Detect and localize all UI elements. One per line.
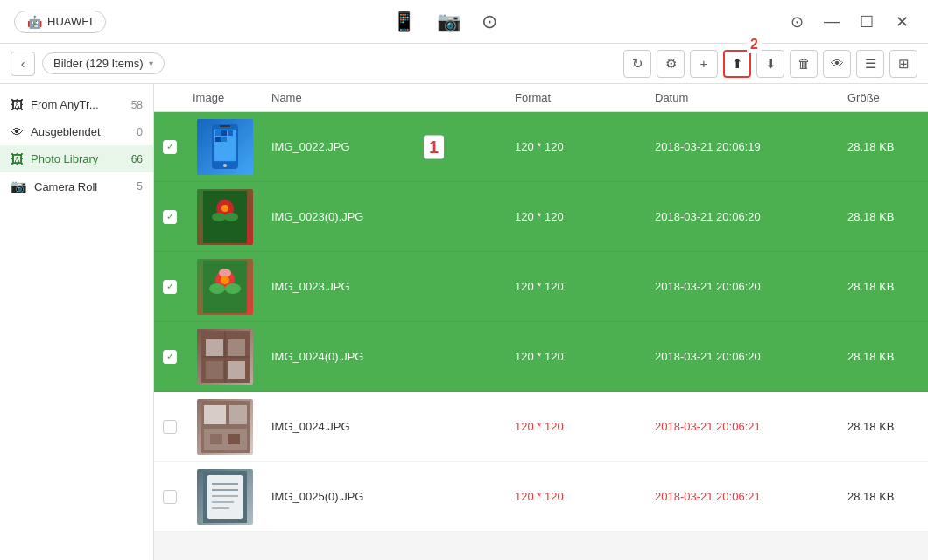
refresh-button[interactable]: ↻ (623, 50, 651, 78)
name-col: IMG_0023(0).JPG (264, 210, 508, 223)
checkbox-col[interactable]: ✓ (154, 140, 186, 154)
checkbox-col[interactable]: ✓ (154, 210, 186, 224)
svg-rect-23 (206, 340, 223, 357)
sidebar-item-count: 0 (137, 126, 143, 138)
add-button[interactable]: + (690, 50, 718, 78)
svg-rect-8 (215, 136, 221, 142)
sidebar-item-count: 66 (131, 153, 143, 165)
thumbnail-col (186, 329, 264, 385)
svg-rect-31 (229, 405, 247, 424)
datum-col: 2018-03-21 20:06:21 (648, 420, 840, 433)
format-col: 120 * 120 (508, 350, 648, 363)
folder-selector[interactable]: Bilder (129 Items) ▾ (42, 52, 165, 74)
svg-rect-7 (228, 130, 233, 136)
table-row[interactable]: ✓ IMG_0023.JPG 120 (154, 252, 928, 322)
thumbnail-col (186, 119, 264, 175)
table-row[interactable]: IMG_0025(0).JPG 120 * 120 2018-03-21 20:… (154, 462, 928, 532)
sidebar-item-camera-roll[interactable]: 📷 Camera Roll 5 (0, 172, 153, 200)
list-view-button[interactable]: ☰ (856, 50, 884, 78)
camera-icon[interactable]: 📷 (437, 10, 460, 33)
plus-icon: + (700, 56, 708, 71)
sidebar-item-count: 5 (137, 180, 143, 192)
titlebar-center: 📱 📷 ⊙ (392, 10, 497, 33)
svg-rect-34 (228, 434, 240, 444)
svg-rect-33 (210, 434, 222, 444)
svg-rect-9 (221, 136, 227, 142)
header-format: Format (508, 91, 648, 104)
thumbnail (197, 469, 253, 525)
row-checkbox[interactable]: ✓ (163, 350, 177, 364)
minimize-btn[interactable]: — (819, 10, 844, 34)
header-name: Name (264, 91, 508, 104)
refresh-icon: ↻ (632, 56, 643, 72)
table-body: ✓ (154, 112, 928, 560)
export-button[interactable]: ⬆ 2 (723, 50, 751, 78)
row-checkbox[interactable]: ✓ (163, 280, 177, 294)
row-checkbox[interactable] (163, 490, 177, 504)
sidebar-icon: 📷 (11, 178, 27, 194)
name-col: IMG_0022.JPG (264, 140, 508, 153)
toolbar-actions: ↻ ⚙ + ⬆ 2 ⬇ 🗑 👁 ☰ ⊞ (623, 50, 917, 78)
checkbox-col[interactable] (154, 420, 186, 434)
sidebar-icon: 🖼 (11, 97, 24, 112)
checkbox-col[interactable]: ✓ (154, 280, 186, 294)
sidebar-item-label: Camera Roll (34, 180, 130, 193)
back-icon: ‹ (21, 57, 25, 71)
grid-view-button[interactable]: ⊞ (889, 50, 917, 78)
sidebar-item-from-anytr[interactable]: 🖼 From AnyTr... 58 (0, 91, 153, 118)
back-button[interactable]: ‹ (11, 52, 35, 76)
sidebar-item-photo-library[interactable]: 🖼 Photo Library 66 (0, 145, 153, 172)
svg-rect-26 (228, 361, 245, 379)
delete-button[interactable]: 🗑 (790, 50, 818, 78)
import-icon: ⬇ (765, 56, 777, 72)
thumbnail-col (186, 469, 264, 525)
table-row[interactable]: ✓ (154, 112, 928, 182)
download-icon[interactable]: ⊙ (482, 10, 497, 33)
phone-icon[interactable]: 📱 (392, 10, 416, 33)
sidebar-item-label: From AnyTr... (31, 98, 124, 111)
format-col: 120 * 120 (508, 420, 648, 433)
name-col: IMG_0024.JPG (264, 420, 508, 433)
search-window-btn[interactable]: ⊙ (784, 10, 809, 34)
svg-rect-6 (221, 130, 227, 136)
thumbnail (197, 329, 253, 385)
row-checkbox[interactable] (163, 420, 177, 434)
main-layout: 🖼 From AnyTr... 58 👁 Ausgeblendet 0 🖼 Ph… (0, 84, 928, 560)
sidebar-item-ausgeblendet[interactable]: 👁 Ausgeblendet 0 (0, 118, 153, 145)
device-name: HUAWEI (47, 15, 93, 28)
import-button[interactable]: ⬇ (756, 50, 784, 78)
datum-col: 2018-03-21 20:06:20 (648, 210, 840, 223)
sidebar-item-label: Ausgeblendet (31, 125, 130, 138)
device-icon: 🤖 (27, 15, 42, 29)
hide-button[interactable]: 👁 (823, 50, 851, 78)
device-pill[interactable]: 🤖 HUAWEI (14, 10, 106, 33)
table-row[interactable]: ✓ IMG_0023(0).JPG 1 (154, 182, 928, 252)
checkbox-col[interactable]: ✓ (154, 350, 186, 364)
folder-label: Bilder (129 Items) (53, 57, 144, 70)
svg-rect-25 (206, 361, 223, 379)
eye-icon: 👁 (831, 56, 844, 71)
sidebar: 🖼 From AnyTr... 58 👁 Ausgeblendet 0 🖼 Ph… (0, 84, 154, 560)
size-col: 28.18 KB (840, 140, 928, 153)
size-col: 28.18 KB (840, 280, 928, 293)
name-col: IMG_0025(0).JPG (264, 490, 508, 503)
table-row[interactable]: IMG_0024.JPG 120 * 120 2018-03-21 20:06:… (154, 392, 928, 462)
list-icon: ☰ (865, 56, 876, 72)
maximize-btn[interactable]: ☐ (854, 10, 879, 34)
table-row[interactable]: ✓ IMG_0024(0 (154, 322, 928, 392)
thumbnail-col (186, 189, 264, 245)
chevron-down-icon: ▾ (149, 59, 153, 68)
header-datum: Datum (648, 91, 840, 104)
svg-point-18 (209, 284, 225, 294)
close-btn[interactable]: ✕ (889, 10, 914, 34)
row-checkbox[interactable]: ✓ (163, 140, 177, 154)
thumbnail (197, 259, 253, 315)
thumbnail (197, 119, 253, 175)
row-checkbox[interactable]: ✓ (163, 210, 177, 224)
format-col: 120 * 120 (508, 490, 648, 503)
sidebar-icon: 🖼 (11, 151, 24, 166)
checkbox-col[interactable] (154, 490, 186, 504)
thumbnail-col (186, 399, 264, 455)
settings-button[interactable]: ⚙ (657, 50, 685, 78)
datum-col: 2018-03-21 20:06:19 (648, 140, 840, 153)
